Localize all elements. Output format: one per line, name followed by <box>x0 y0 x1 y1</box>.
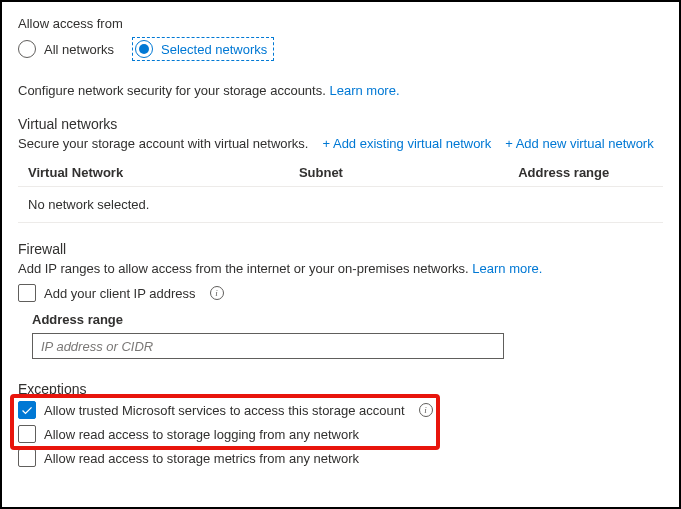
firewall-desc: Add IP ranges to allow access from the i… <box>18 261 469 276</box>
exceptions-heading: Exceptions <box>18 381 663 397</box>
add-client-ip-label: Add your client IP address <box>44 286 196 301</box>
exception-trusted-row: Allow trusted Microsoft services to acce… <box>18 401 663 419</box>
vnet-desc-row: Secure your storage account with virtual… <box>18 136 663 151</box>
table-row: No network selected. <box>18 187 663 223</box>
configure-desc: Configure network security for your stor… <box>18 83 663 98</box>
configure-learn-more-link[interactable]: Learn more. <box>329 83 399 98</box>
access-heading: Allow access from <box>18 16 663 31</box>
radio-all-networks-label: All networks <box>44 42 114 57</box>
add-existing-vnet-link[interactable]: + Add existing virtual network <box>322 136 491 151</box>
firewall-desc-row: Add IP ranges to allow access from the i… <box>18 261 663 276</box>
add-client-ip-checkbox[interactable] <box>18 284 36 302</box>
networking-panel: Allow access from All networks Selected … <box>0 0 681 509</box>
exception-trusted-checkbox[interactable] <box>18 401 36 419</box>
info-icon[interactable]: i <box>210 286 224 300</box>
exception-logging-row: Allow read access to storage logging fro… <box>18 425 663 443</box>
info-icon[interactable]: i <box>419 403 433 417</box>
firewall-learn-more-link[interactable]: Learn more. <box>472 261 542 276</box>
vnet-heading: Virtual networks <box>18 116 663 132</box>
configure-text: Configure network security for your stor… <box>18 83 326 98</box>
radio-selected-networks-label: Selected networks <box>161 42 267 57</box>
exception-metrics-checkbox[interactable] <box>18 449 36 467</box>
add-client-ip-row: Add your client IP address i <box>18 284 663 302</box>
col-address-range: Address range <box>508 159 663 187</box>
radio-icon <box>135 40 153 58</box>
radio-selected-networks[interactable]: Selected networks <box>132 37 274 61</box>
exception-logging-checkbox[interactable] <box>18 425 36 443</box>
vnet-table: Virtual Network Subnet Address range No … <box>18 159 663 223</box>
address-range-label: Address range <box>32 312 663 327</box>
access-radio-group: All networks Selected networks <box>18 37 663 61</box>
exception-metrics-row: Allow read access to storage metrics fro… <box>18 449 663 467</box>
col-subnet: Subnet <box>289 159 508 187</box>
col-virtual-network: Virtual Network <box>18 159 289 187</box>
exception-logging-label: Allow read access to storage logging fro… <box>44 427 359 442</box>
radio-all-networks[interactable]: All networks <box>18 40 114 58</box>
firewall-heading: Firewall <box>18 241 663 257</box>
vnet-desc: Secure your storage account with virtual… <box>18 136 308 151</box>
radio-dot-icon <box>139 44 149 54</box>
address-range-input[interactable] <box>32 333 504 359</box>
exception-trusted-label: Allow trusted Microsoft services to acce… <box>44 403 405 418</box>
check-icon <box>21 404 33 416</box>
vnet-empty-cell: No network selected. <box>18 187 663 223</box>
exception-metrics-label: Allow read access to storage metrics fro… <box>44 451 359 466</box>
radio-icon <box>18 40 36 58</box>
add-new-vnet-link[interactable]: + Add new virtual network <box>505 136 654 151</box>
exceptions-list: Allow trusted Microsoft services to acce… <box>18 401 663 467</box>
